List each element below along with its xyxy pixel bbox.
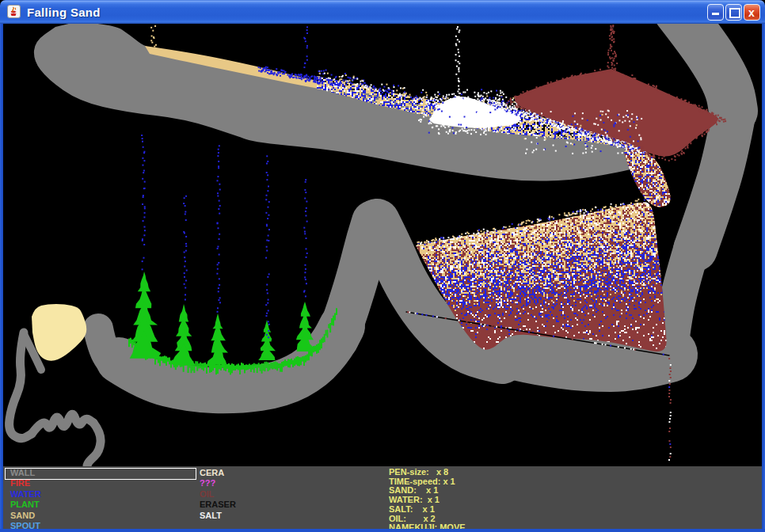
window-border-right [762,24,765,532]
status-line: OIL: x 2 [389,514,436,523]
app-window: Falling Sand x WALLFIREWATERPLANTSANDSPO… [0,0,765,532]
maximize-icon [729,8,740,18]
close-button[interactable]: x [744,4,760,21]
game-canvas[interactable] [3,24,762,466]
status-line: TIME-speed: x 1 [389,477,455,486]
toolbar-panel: WALLFIREWATERPLANTSANDSPOUT CERA???OILER… [3,466,762,529]
tool-item-wall[interactable]: WALL [10,468,35,477]
status-line: NAMEKUJI: MOVE [389,522,466,529]
minimize-button[interactable] [707,4,724,21]
close-icon: x [748,6,755,19]
status-line: SALT: x 1 [389,504,435,514]
window-border-bottom [0,529,765,532]
tool-item-sand[interactable]: SAND [10,511,35,520]
tool-item-water[interactable]: WATER [10,489,41,499]
tool-item-salt[interactable]: SALT [200,511,222,520]
minimize-icon [712,13,719,15]
status-line: WATER: x 1 [389,495,440,504]
window-title: Falling Sand [27,6,101,19]
tool-item-eraser[interactable]: ERASER [200,500,236,509]
tool-item-fire[interactable]: FIRE [10,478,30,488]
tool-item-cera[interactable]: CERA [200,468,224,477]
title-bar[interactable]: Falling Sand x [0,0,765,24]
tool-item-plant[interactable]: PLANT [10,500,40,509]
java-app-icon [7,5,21,18]
tool-item-spout[interactable]: SPOUT [10,521,40,529]
tool-item-oil[interactable]: OIL [200,489,214,499]
tool-item-???[interactable]: ??? [200,478,215,488]
status-line: SAND: x 1 [389,485,438,495]
maximize-button[interactable] [725,4,742,21]
status-line: PEN-size: x 8 [389,467,448,477]
